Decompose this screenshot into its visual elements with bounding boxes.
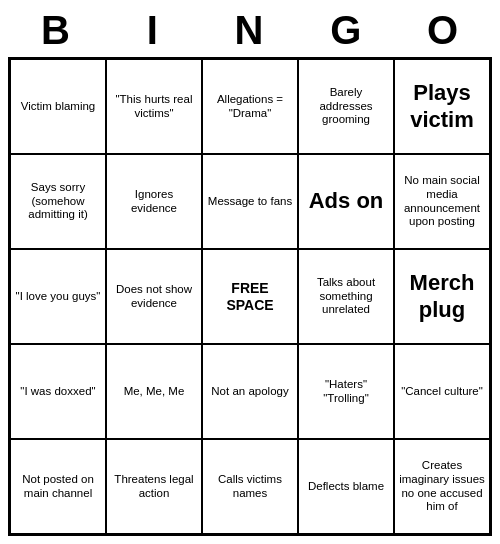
bingo-cell[interactable]: Ignores evidence bbox=[106, 154, 202, 249]
title-letter: N bbox=[206, 8, 294, 53]
bingo-grid: Victim blaming"This hurts real victims"A… bbox=[8, 57, 492, 536]
bingo-cell[interactable]: "Cancel culture" bbox=[394, 344, 490, 439]
bingo-cell[interactable]: Allegations = "Drama" bbox=[202, 59, 298, 154]
title-letter: O bbox=[400, 8, 488, 53]
bingo-cell[interactable]: Plays victim bbox=[394, 59, 490, 154]
bingo-cell[interactable]: Not posted on main channel bbox=[10, 439, 106, 534]
bingo-cell[interactable]: "Haters" "Trolling" bbox=[298, 344, 394, 439]
bingo-cell[interactable]: Does not show evidence bbox=[106, 249, 202, 344]
title-letter: G bbox=[303, 8, 391, 53]
title-letter: I bbox=[109, 8, 197, 53]
bingo-cell[interactable]: "I love you guys" bbox=[10, 249, 106, 344]
bingo-cell[interactable]: Creates imaginary issues no one accused … bbox=[394, 439, 490, 534]
bingo-cell[interactable]: Merch plug bbox=[394, 249, 490, 344]
bingo-cell[interactable]: Ads on bbox=[298, 154, 394, 249]
bingo-cell[interactable]: "I was doxxed" bbox=[10, 344, 106, 439]
bingo-cell[interactable]: Calls victims names bbox=[202, 439, 298, 534]
bingo-cell[interactable]: No main social media announcement upon p… bbox=[394, 154, 490, 249]
bingo-cell[interactable]: Not an apology bbox=[202, 344, 298, 439]
bingo-cell[interactable]: Deflects blame bbox=[298, 439, 394, 534]
bingo-cell[interactable]: Threatens legal action bbox=[106, 439, 202, 534]
bingo-cell[interactable]: Victim blaming bbox=[10, 59, 106, 154]
bingo-cell[interactable]: Talks about something unrelated bbox=[298, 249, 394, 344]
bingo-cell[interactable]: "This hurts real victims" bbox=[106, 59, 202, 154]
free-space-cell[interactable]: FREE SPACE bbox=[202, 249, 298, 344]
bingo-title: BINGO bbox=[8, 8, 492, 53]
bingo-cell[interactable]: Message to fans bbox=[202, 154, 298, 249]
bingo-cell[interactable]: Says sorry (somehow admitting it) bbox=[10, 154, 106, 249]
bingo-cell[interactable]: Me, Me, Me bbox=[106, 344, 202, 439]
title-letter: B bbox=[12, 8, 100, 53]
bingo-cell[interactable]: Barely addresses grooming bbox=[298, 59, 394, 154]
